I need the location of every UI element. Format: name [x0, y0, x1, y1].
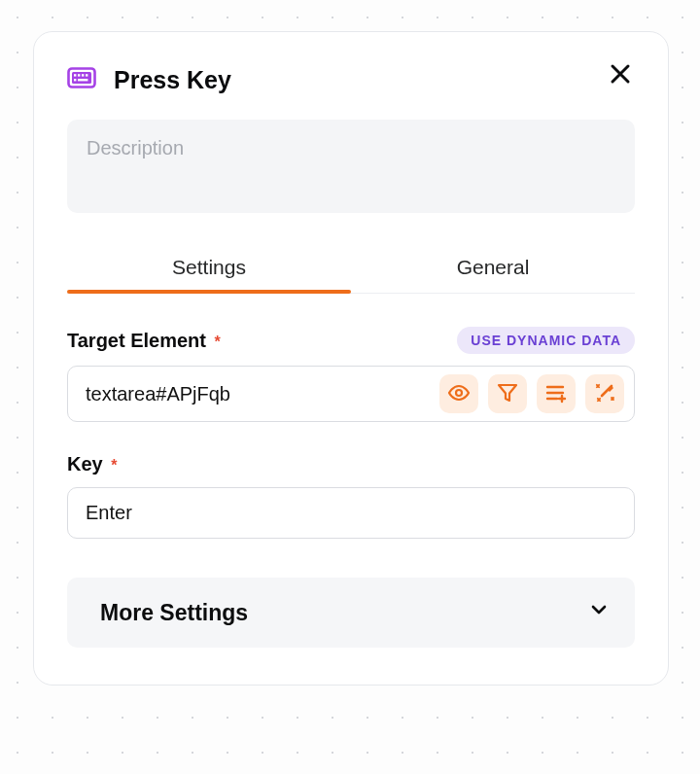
key-input-shell [67, 487, 635, 539]
svg-rect-7 [78, 79, 88, 81]
close-button[interactable] [606, 60, 635, 89]
magic-wand-button[interactable] [585, 374, 624, 413]
target-element-input-shell [67, 366, 635, 422]
preview-button[interactable] [439, 374, 478, 413]
svg-rect-6 [74, 79, 76, 81]
close-icon [610, 63, 631, 88]
key-label: Key [67, 453, 103, 475]
list-add-button[interactable] [537, 374, 576, 413]
svg-rect-4 [82, 74, 84, 76]
svg-rect-3 [78, 74, 80, 76]
eye-icon [447, 381, 471, 407]
keyboard-icon [67, 65, 96, 94]
tab-settings[interactable]: Settings [67, 244, 351, 293]
target-icon-toolbar [439, 374, 624, 413]
tab-bar: Settings General [67, 244, 635, 294]
more-settings-label: More Settings [100, 600, 248, 626]
filter-button[interactable] [488, 374, 527, 413]
use-dynamic-data-button[interactable]: USE DYNAMIC DATA [457, 327, 635, 354]
tab-general[interactable]: General [351, 244, 635, 293]
press-key-panel: Press Key Settings General Target Elemen… [33, 31, 669, 686]
target-element-label: Target Element [67, 330, 206, 351]
description-input[interactable] [67, 120, 635, 213]
key-group: Key * [67, 453, 635, 539]
chevron-down-icon [588, 599, 610, 626]
required-marker: * [111, 457, 117, 474]
magic-wand-icon [593, 381, 616, 407]
required-marker: * [214, 334, 220, 350]
key-input[interactable] [86, 496, 624, 530]
more-settings-toggle[interactable]: More Settings [67, 578, 635, 648]
svg-rect-5 [86, 74, 88, 76]
panel-header: Press Key [67, 65, 635, 94]
filter-icon [497, 382, 518, 406]
target-element-group: Target Element * USE DYNAMIC DATA [67, 327, 635, 422]
svg-point-8 [456, 390, 462, 396]
target-element-input[interactable] [86, 377, 439, 411]
svg-rect-2 [74, 74, 76, 76]
list-add-icon [544, 381, 568, 407]
svg-rect-1 [72, 72, 91, 84]
panel-title: Press Key [114, 66, 231, 94]
